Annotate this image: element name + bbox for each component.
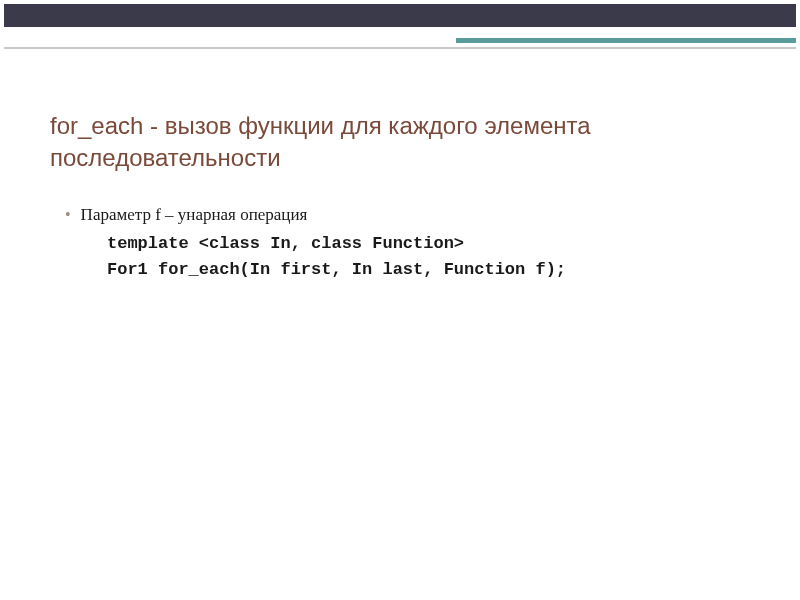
accent-line-gray [4,47,796,49]
accent-line-teal [456,38,796,43]
slide-title: for_each - вызов функции для каждого эле… [50,110,750,175]
slide: for_each - вызов функции для каждого эле… [0,0,800,600]
bullet-item: • Параметр f – унарная операция [65,205,750,225]
code-line-1: template <class In, class Function> [107,231,750,257]
bullet-text: Параметр f – унарная операция [81,205,308,225]
code-line-2: For1 for_each(In first, In last, Functio… [107,257,750,283]
slide-content: • Параметр f – унарная операция template… [65,205,750,282]
bullet-marker: • [65,207,71,223]
top-bar [4,4,796,27]
